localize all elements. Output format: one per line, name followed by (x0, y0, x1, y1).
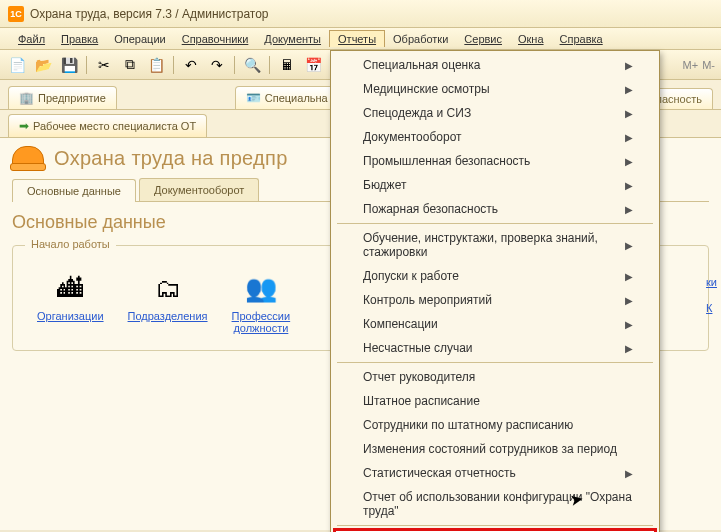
dd-ppe[interactable]: Спецодежда и СИЗ▶ (333, 101, 657, 125)
item-link[interactable]: Профессии должности (232, 310, 291, 334)
page-title: Охрана труда на предпр (54, 147, 288, 170)
item-link[interactable]: Организации (37, 310, 104, 322)
building-icon: 🏢 (19, 91, 34, 105)
dd-employees-staffing[interactable]: Сотрудники по штатному расписанию (333, 413, 657, 437)
badge-icon: 🪪 (246, 91, 261, 105)
submenu-arrow-icon: ▶ (625, 343, 633, 354)
submenu-arrow-icon: ▶ (625, 319, 633, 330)
menu-processing[interactable]: Обработки (385, 31, 456, 47)
menu-operations[interactable]: Операции (106, 31, 173, 47)
dd-fire-safety[interactable]: Пожарная безопасность▶ (333, 197, 657, 221)
tab-label: пасность (656, 93, 702, 105)
menu-edit[interactable]: Правка (53, 31, 106, 47)
buildings-icon: 🏙 (52, 270, 88, 306)
app-icon: 1С (8, 6, 24, 22)
menu-documents[interactable]: Документы (256, 31, 329, 47)
dd-separator (337, 223, 653, 224)
tool-new-icon[interactable]: 📄 (6, 54, 28, 76)
tool-redo-icon[interactable]: ↷ (206, 54, 228, 76)
org-chart-icon: 🗂 (150, 270, 186, 306)
submenu-arrow-icon: ▶ (625, 180, 633, 191)
menu-windows[interactable]: Окна (510, 31, 552, 47)
dd-config-usage[interactable]: Отчет об использовании конфигурации "Охр… (333, 485, 657, 523)
tool-search-icon[interactable]: 🔍 (241, 54, 263, 76)
partial-link[interactable]: ки (706, 276, 717, 288)
helmet-icon (12, 146, 44, 170)
submenu-arrow-icon: ▶ (625, 271, 633, 282)
menu-service[interactable]: Сервис (456, 31, 510, 47)
reports-dropdown: Специальная оценка▶ Медицинские осмотры▶… (330, 50, 660, 532)
dd-accidents[interactable]: Несчастные случаи▶ (333, 336, 657, 360)
menubar: Файл Правка Операции Справочники Докумен… (0, 28, 721, 50)
tool-copy-icon[interactable]: ⧉ (119, 54, 141, 76)
toolbar-separator (269, 56, 270, 74)
toolbar-separator (234, 56, 235, 74)
right-edge-links: ки К (706, 276, 717, 314)
tool-m-minus[interactable]: M- (702, 54, 715, 76)
submenu-arrow-icon: ▶ (625, 240, 633, 251)
dd-state-changes[interactable]: Изменения состояний сотрудников за перио… (333, 437, 657, 461)
arrow-icon: ➡ (19, 119, 29, 133)
dd-manager-report[interactable]: Отчет руководителя (333, 365, 657, 389)
menu-references[interactable]: Справочники (174, 31, 257, 47)
partial-link[interactable]: К (706, 302, 717, 314)
submenu-arrow-icon: ▶ (625, 108, 633, 119)
item-link[interactable]: Подразделения (128, 310, 208, 322)
submenu-arrow-icon: ▶ (625, 156, 633, 167)
item-departments[interactable]: 🗂 Подразделения (128, 270, 208, 322)
toolbar-separator (173, 56, 174, 74)
toolbar-separator (86, 56, 87, 74)
tool-save-icon[interactable]: 💾 (58, 54, 80, 76)
people-icon: 👥 (243, 270, 279, 306)
tab-label: Рабочее место специалиста ОТ (33, 120, 196, 132)
dd-medical[interactable]: Медицинские осмотры▶ (333, 77, 657, 101)
inner-tab-main[interactable]: Основные данные (12, 179, 136, 202)
submenu-arrow-icon: ▶ (625, 204, 633, 215)
tool-calendar-icon[interactable]: 📅 (302, 54, 324, 76)
menu-file[interactable]: Файл (10, 31, 53, 47)
tool-calc-icon[interactable]: 🖩 (276, 54, 298, 76)
group-label: Начало работы (25, 238, 116, 250)
submenu-arrow-icon: ▶ (625, 468, 633, 479)
inner-tab-doc[interactable]: Документооборот (139, 178, 259, 201)
dd-universal-report[interactable]: Универсальный отчет (333, 528, 657, 532)
dd-separator (337, 525, 653, 526)
dd-staffing[interactable]: Штатное расписание (333, 389, 657, 413)
tab-label: Специальна (265, 92, 328, 104)
dd-industrial-safety[interactable]: Промышленная безопасность▶ (333, 149, 657, 173)
tool-paste-icon[interactable]: 📋 (145, 54, 167, 76)
tool-undo-icon[interactable]: ↶ (180, 54, 202, 76)
window-title: Охрана труда, версия 7.3 / Администратор (30, 7, 269, 21)
tab-special[interactable]: 🪪 Специальна (235, 86, 339, 109)
tool-open-icon[interactable]: 📂 (32, 54, 54, 76)
dd-control[interactable]: Контроль мероприятий▶ (333, 288, 657, 312)
menu-help[interactable]: Справка (552, 31, 611, 47)
item-professions[interactable]: 👥 Профессии должности (232, 270, 291, 334)
dd-docflow[interactable]: Документооборот▶ (333, 125, 657, 149)
tool-m-plus[interactable]: M+ (683, 54, 699, 76)
submenu-arrow-icon: ▶ (625, 295, 633, 306)
menu-reports[interactable]: Отчеты (329, 30, 385, 47)
tab-label: Предприятие (38, 92, 106, 104)
dd-training[interactable]: Обучение, инструктажи, проверка знаний, … (333, 226, 657, 264)
dd-special-assessment[interactable]: Специальная оценка▶ (333, 53, 657, 77)
tool-cut-icon[interactable]: ✂ (93, 54, 115, 76)
tab-enterprise[interactable]: 🏢 Предприятие (8, 86, 117, 109)
titlebar: 1С Охрана труда, версия 7.3 / Администра… (0, 0, 721, 28)
submenu-arrow-icon: ▶ (625, 132, 633, 143)
dd-compensation[interactable]: Компенсации▶ (333, 312, 657, 336)
submenu-arrow-icon: ▶ (625, 60, 633, 71)
dd-separator (337, 362, 653, 363)
tab-workplace[interactable]: ➡ Рабочее место специалиста ОТ (8, 114, 207, 137)
submenu-arrow-icon: ▶ (625, 84, 633, 95)
dd-budget[interactable]: Бюджет▶ (333, 173, 657, 197)
dd-statistics[interactable]: Статистическая отчетность▶ (333, 461, 657, 485)
dd-work-permits[interactable]: Допуски к работе▶ (333, 264, 657, 288)
item-organizations[interactable]: 🏙 Организации (37, 270, 104, 322)
